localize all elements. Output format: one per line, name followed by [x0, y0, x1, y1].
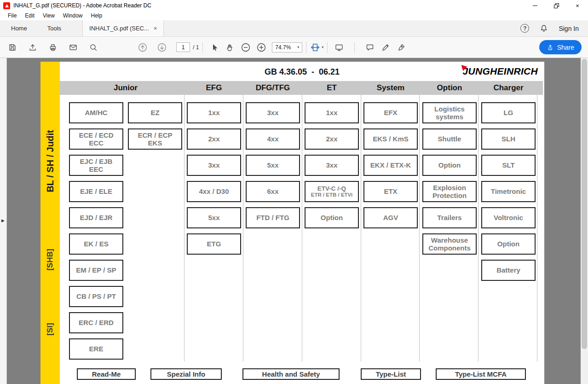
pointer-icon — [210, 43, 219, 52]
restore-button[interactable] — [546, 0, 567, 11]
model-button-etv-c-q[interactable]: ETV-C /-QETR / ETB / ETVi — [305, 181, 359, 202]
model-button-logistics[interactable]: Logistics systems — [422, 102, 477, 123]
upload-button[interactable] — [25, 40, 40, 55]
model-button-3xx[interactable]: 3xx — [305, 155, 359, 176]
close-button[interactable]: × — [567, 0, 588, 11]
model-button-ere[interactable]: ERE — [69, 338, 123, 360]
email-button[interactable] — [65, 40, 81, 55]
model-button-4xx-d30[interactable]: 4xx / D30 — [187, 181, 241, 202]
model-button-eje-ele[interactable]: EJE / ELE — [69, 181, 123, 202]
hand-icon — [225, 43, 235, 52]
next-page-button[interactable] — [154, 40, 170, 55]
comment-bubble-icon — [365, 43, 375, 52]
model-button-etx[interactable]: ETX — [363, 181, 418, 202]
tab-document[interactable]: INHALT_G.pdf (SEC... × — [82, 20, 164, 36]
page-number-input[interactable] — [176, 42, 190, 52]
notifications-bell-icon[interactable] — [539, 24, 548, 33]
model-button-slt[interactable]: SLT — [481, 155, 536, 176]
model-button-option[interactable]: Option — [422, 155, 477, 176]
footer-button-health-and-safety[interactable]: Health and Safety — [242, 368, 340, 380]
model-button-ejc-ejb[interactable]: EJC / EJB EEC — [69, 155, 123, 176]
menu-file[interactable]: File — [4, 11, 21, 20]
model-button-slh[interactable]: SLH — [481, 128, 536, 150]
scrollbar-thumb[interactable] — [582, 59, 587, 349]
column-header-junior: Junior — [67, 83, 184, 93]
model-button-2xx[interactable]: 2xx — [305, 128, 359, 150]
footer-button-type-list-mcfa[interactable]: Type-List MCFA — [436, 368, 526, 380]
sign-in-button[interactable]: Sign In — [559, 25, 579, 32]
model-button-3xx[interactable]: 3xx — [246, 102, 300, 123]
highlight-button[interactable] — [378, 40, 393, 55]
footer-button-type-list[interactable]: Type-List — [361, 368, 421, 380]
model-button-ecr-ecp[interactable]: ECR / ECP EKS — [128, 128, 182, 150]
model-button-ekx-etx-k[interactable]: EKX / ETX-K — [363, 155, 418, 176]
model-button-3xx[interactable]: 3xx — [187, 155, 241, 176]
model-button-explosion[interactable]: Explosion Protection — [422, 181, 477, 202]
model-button-ek-es[interactable]: EK / ES — [69, 233, 123, 255]
close-icon: × — [576, 2, 579, 9]
model-button-battery[interactable]: Battery — [481, 260, 536, 281]
previous-page-button[interactable] — [135, 40, 150, 55]
zoom-in-button[interactable] — [254, 40, 269, 55]
marquee-zoom-button[interactable] — [86, 40, 101, 55]
menu-help[interactable]: Help — [87, 11, 107, 20]
share-button[interactable]: Share — [539, 40, 582, 54]
comment-button[interactable] — [362, 40, 378, 55]
print-button[interactable] — [45, 40, 61, 55]
reading-mode-button[interactable] — [331, 40, 347, 55]
model-button-1xx[interactable]: 1xx — [187, 102, 241, 123]
model-button-ece-ecd[interactable]: ECE / ECD ECC — [69, 128, 123, 150]
model-button-shuttle[interactable]: Shuttle — [422, 128, 477, 150]
sidebar-label-shb[interactable]: [SHB] — [46, 249, 55, 270]
model-button-option[interactable]: Option — [305, 207, 359, 228]
model-button-em-ep-sp[interactable]: EM / EP / SP — [69, 260, 123, 281]
model-button-4xx[interactable]: 4xx — [246, 128, 300, 150]
page-fit-dropdown[interactable]: ▾ — [310, 42, 323, 52]
model-button-am-hc[interactable]: AM/HC — [69, 102, 123, 123]
model-button-ez[interactable]: EZ — [128, 102, 182, 123]
save-button[interactable] — [5, 40, 20, 55]
tab-close-icon[interactable]: × — [154, 25, 157, 32]
navigation-pane-strip: ▶ — [0, 58, 7, 384]
model-button-1xx[interactable]: 1xx — [305, 102, 359, 123]
model-button-lg[interactable]: LG — [481, 102, 536, 123]
model-button-6xx[interactable]: 6xx — [246, 181, 300, 202]
sidebar-label-si[interactable]: [SI] — [46, 323, 55, 335]
model-button-5xx[interactable]: 5xx — [187, 207, 241, 228]
hand-tool-button[interactable] — [222, 40, 238, 55]
model-button-eks-kms[interactable]: EKS / KmS — [363, 128, 418, 150]
sidebar-label-main[interactable]: BL / SH / Judit — [45, 130, 56, 192]
magnifier-icon — [89, 43, 98, 52]
footer-button-spezial-info[interactable]: Spezial Info — [150, 368, 222, 380]
model-button-warehouse[interactable]: Warehouse Components — [422, 233, 477, 255]
zoom-level-dropdown[interactable]: 74.7% ▾ — [272, 42, 302, 52]
model-button-ftd-ftg[interactable]: FTD / FTG — [246, 207, 300, 228]
model-button-etg[interactable]: ETG — [187, 233, 241, 255]
menu-window[interactable]: Window — [59, 11, 87, 20]
next-page-icon — [157, 42, 167, 52]
model-button-cb-ps-pt[interactable]: CB / PS / PT — [69, 286, 123, 307]
menu-edit[interactable]: Edit — [21, 11, 39, 20]
select-tool-button[interactable] — [207, 40, 222, 55]
tab-home[interactable]: Home — [0, 20, 38, 36]
model-button-voltronic[interactable]: Voltronic — [481, 207, 536, 228]
fill-sign-button[interactable] — [393, 40, 409, 55]
vertical-scrollbar[interactable] — [581, 58, 588, 384]
expand-nav-pane-icon[interactable]: ▶ — [1, 218, 5, 223]
minimize-button[interactable] — [525, 0, 546, 11]
model-button-option[interactable]: Option — [481, 233, 536, 255]
model-button-agv[interactable]: AGV — [363, 207, 418, 228]
pdf-page: BL / SH / Judit [SHB] [SI] GB 4.36.05 - … — [40, 62, 544, 384]
menu-view[interactable]: View — [39, 11, 59, 20]
zoom-out-button[interactable] — [238, 40, 254, 55]
help-icon[interactable]: ? — [520, 24, 529, 33]
model-button-timetronic[interactable]: Timetronic — [481, 181, 536, 202]
tab-tools[interactable]: Tools — [38, 20, 70, 36]
model-button-5xx[interactable]: 5xx — [246, 155, 300, 176]
model-button-ejd-ejr[interactable]: EJD / EJR — [69, 207, 123, 228]
model-button-trailers[interactable]: Trailers — [422, 207, 477, 228]
model-button-efx[interactable]: EFX — [363, 102, 418, 123]
model-button-2xx[interactable]: 2xx — [187, 128, 241, 150]
footer-button-read-me[interactable]: Read-Me — [77, 368, 136, 380]
model-button-erc-erd[interactable]: ERC / ERD — [69, 312, 123, 333]
